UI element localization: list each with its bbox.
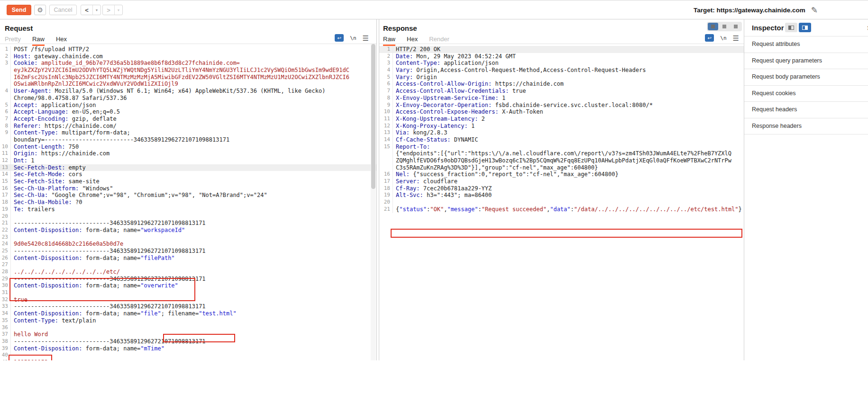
inspector-item-request-cookies[interactable]: Request cookies [744,86,868,102]
inspector-dock-right-icon[interactable] [799,23,811,32]
inspector-panel: Inspector ↕ Request attributesRequest qu… [744,19,868,360]
layout-split-horizontal-icon[interactable] [719,23,730,30]
line-number: 4 [379,67,393,74]
editor-menu-icon[interactable]: ☰ [733,35,739,42]
line-number: 27 [0,261,11,268]
line-number: 37 [0,331,11,338]
line-number: 28 [0,268,11,276]
tab-response-hex[interactable]: Hex [407,36,418,45]
tab-response-render[interactable]: Render [429,36,449,45]
line-number: 30 [0,282,11,289]
line-text: Sec-Ch-Ua: "Google Chrome";v="98", "Chro… [11,192,267,199]
newline-toggle[interactable]: \n [350,35,356,41]
editor-row: 13Via: kong/2.8.3 [379,129,744,136]
line-number: 16 [0,185,11,192]
line-number: 12 [379,123,393,130]
line-text: 1685301153 [11,359,48,360]
word-wrap-icon[interactable]: ↩ [705,34,714,42]
line-number: 14 [0,171,11,178]
inspector-dock-left-icon[interactable] [785,23,797,32]
line-text: Cookie: amplitude_id_96b7e77d36a5b1889ae… [11,60,240,67]
line-number [0,80,11,88]
line-text [393,199,396,206]
edit-pencil-icon[interactable]: ✎ [811,5,818,15]
line-text: Access-Control-Expose-Headers: X-Auth-To… [393,108,543,116]
request-editor-icons: ↩ \n ☰ [335,34,369,42]
send-button[interactable]: Send [7,5,31,15]
editor-row: 10Access-Control-Expose-Headers: X-Auth-… [379,108,744,116]
line-number [0,95,11,102]
back-dropdown-icon[interactable]: ▼ [92,5,101,15]
line-number [0,136,11,143]
editor-row: 35Content-Type: text/plain [0,317,376,324]
inspector-item-request-attributes[interactable]: Request attributes [744,36,868,53]
line-text: ----------------------------346335891296… [11,338,206,345]
line-text: Content-Length: 750 [11,143,79,151]
history-back-button[interactable]: < ▼ [81,5,101,15]
history-forward-button[interactable]: > ▼ [102,5,123,15]
forward-arrow-icon[interactable]: > [103,5,114,15]
line-text: Access-Control-Allow-Credentials: true [393,88,526,95]
editor-row: 25----------------------------3463358912… [0,248,376,255]
inspector-item-request-query-parameters[interactable]: Request query parameters [744,53,868,70]
editor-row: 23 [0,234,376,241]
cancel-button[interactable]: Cancel [49,5,77,15]
line-number [0,74,11,81]
inspector-item-request-headers[interactable]: Request headers [744,102,868,118]
back-arrow-icon[interactable]: < [81,5,92,15]
line-text: C3s5RAmZuKnZRAg%3D%3D"}],"group":"cf-nel… [393,164,598,171]
line-text [11,213,14,220]
tab-request-hex[interactable]: Hex [56,36,67,45]
inspector-title: Inspector [752,24,784,32]
request-editor[interactable]: 1POST /fs/upload HTTP/22Host: gateway.ch… [0,44,376,360]
target-bar: Target: https://gateway.chainide.com ✎ [694,0,818,19]
request-panel: Request PrettyRawHex ↩ \n ☰ 1POST /fs/up… [0,19,377,360]
line-text [11,234,14,241]
line-number: 11 [0,150,11,157]
line-text: Content-Disposition: form-data; name="fi… [11,255,175,262]
line-number [379,150,393,157]
inspector-items: Request attributesRequest query paramete… [744,36,868,134]
inspector-item-request-body-parameters[interactable]: Request body parameters [744,69,868,86]
line-number: 3 [379,60,393,67]
word-wrap-icon[interactable]: ↩ [335,34,344,42]
inspector-expand-icon[interactable]: ↕ [867,23,868,31]
settings-gear-button[interactable]: ⚙ [34,5,46,15]
layout-split-vertical-icon[interactable] [731,23,741,30]
layout-single-icon[interactable] [708,23,718,30]
editor-row: 7Access-Control-Allow-Credentials: true [379,88,744,95]
newline-toggle[interactable]: \n [720,35,726,41]
line-number: 26 [0,255,11,262]
line-number: 21 [0,220,11,227]
inspector-view-toggles [785,23,811,32]
forward-dropdown-icon[interactable]: ▼ [114,5,122,15]
editor-row: 9Content-Type: multipart/form-data; [0,129,376,136]
line-text: Vary: Origin [393,74,437,81]
line-number: 32 [0,296,11,304]
line-text: Via: kong/2.8.3 [393,129,447,136]
editor-row: 14Sec-Fetch-Mode: cors [0,171,376,178]
line-number: 20 [0,213,11,220]
request-scrollbar-thumb[interactable] [371,44,375,189]
line-text: Accept-Encoding: gzip, deflate [11,116,117,123]
line-text: 9d0e5420c81d4668b2c2166e0a5b0d7e [11,241,123,248]
line-number: 2 [379,53,393,60]
line-text: Server: cloudflare [393,178,457,185]
line-number: 24 [0,241,11,248]
inspector-item-response-headers[interactable]: Response headers [744,118,868,135]
editor-row: 5Accept: application/json [0,102,376,109]
line-number: 33 [0,303,11,310]
response-editor[interactable]: 1HTTP/2 200 OK2Date: Mon, 29 May 2023 04… [379,44,744,360]
gear-icon: ⚙ [37,6,43,14]
line-text: Content-Disposition: form-data; name="wo… [11,227,185,234]
line-text: ----------------------------346335891296… [11,276,206,283]
target-url: Target: https://gateway.chainide.com [694,7,805,14]
line-number: 18 [0,199,11,206]
editor-row: 33----------------------------3463358912… [0,303,376,310]
line-number: 11 [379,116,393,123]
line-text: hello Word [11,331,48,338]
editor-row: OSwiaWRlbnRpZnlJZCI6MCwic2VxdWVuY2VOdW1i… [0,80,376,88]
request-scrollbar[interactable] [371,44,376,360]
tab-request-pretty[interactable]: Pretty [5,36,21,45]
editor-menu-icon[interactable]: ☰ [363,35,369,42]
